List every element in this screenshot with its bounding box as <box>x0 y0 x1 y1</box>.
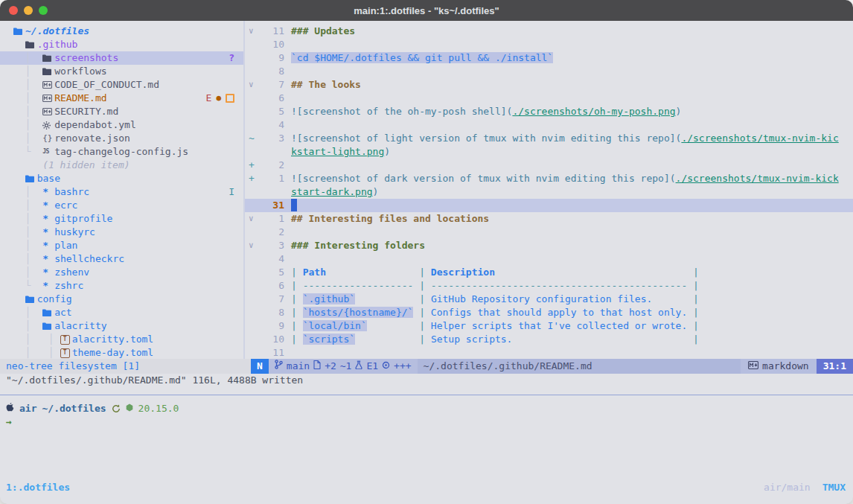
markdown-link[interactable]: ./screenshots/tmux-nvim-kick <box>676 173 839 184</box>
editor-line[interactable]: 9| `local/bin` | Helper scripts that I'v… <box>245 319 853 333</box>
gutter-pad <box>284 78 291 92</box>
syntax-segment: `scripts` <box>303 334 355 345</box>
content-area: ~/.dotfiles .github │ screenshots? │ wor… <box>0 21 853 359</box>
gutter-pad <box>284 279 291 293</box>
tree-item-alacritty[interactable]: │ alacritty <box>0 319 243 333</box>
syntax-segment: | <box>291 320 303 331</box>
editor-line[interactable]: 6| ------------------- | ---------------… <box>245 279 853 293</box>
tree-item-plan[interactable]: │ *plan <box>0 239 243 252</box>
editor-line[interactable]: 10| `scripts` | Setup scripts. | <box>245 333 853 346</box>
line-text: | Path | Description | <box>291 266 853 279</box>
tree-item-base[interactable]: base <box>0 172 243 185</box>
tree-item-act[interactable]: │ act <box>0 306 243 319</box>
tree-item-workflows[interactable]: │ workflows <box>0 65 243 78</box>
syntax-segment <box>512 334 687 345</box>
tree-item-screenshots[interactable]: │ screenshots? <box>0 51 243 65</box>
editor-line[interactable]: 9`cd $HOME/.dotfiles && git pull && ./in… <box>245 51 853 65</box>
tree-item-config[interactable]: config <box>0 293 243 306</box>
markdown-link[interactable]: ./screenshots/tmux-nvim-kic <box>681 133 838 144</box>
tree-item-huskyrc[interactable]: │ *huskyrc <box>0 226 243 239</box>
markdown-link[interactable]: ./screenshots/oh-my-posh.png <box>512 106 675 117</box>
gutter-pad <box>284 346 291 359</box>
tree-item-security.md[interactable]: │ SECURITY.md <box>0 105 243 118</box>
markdown-link[interactable]: start-dark.png <box>291 186 373 197</box>
tree-item-code-of-conduct.md[interactable]: │ CODE_OF_CONDUCT.md <box>0 78 243 92</box>
tree-item-bashrc[interactable]: │ *bashrcI <box>0 185 243 199</box>
gutter-pad <box>284 212 291 226</box>
editor-line[interactable]: 4 <box>245 252 853 266</box>
tree-item-label: .github <box>37 38 78 51</box>
gutter-pad <box>284 319 291 333</box>
tree-item--1-hidden-item-[interactable]: (1 hidden item) <box>0 159 243 172</box>
tree-item-gitprofile[interactable]: │ *gitprofile <box>0 212 243 226</box>
sign-column <box>245 185 260 199</box>
editor-line[interactable]: ∨11### Updates <box>245 25 853 38</box>
editor-line[interactable]: kstart-light.png) <box>245 145 853 159</box>
fold-chevron-icon[interactable]: ∨ <box>245 212 260 226</box>
syntax-segment: Path <box>303 267 326 278</box>
shell-file-icon: * <box>42 239 54 252</box>
editor-buffer[interactable]: ∨11### Updates109`cd $HOME/.dotfiles && … <box>245 21 853 359</box>
tree-item-ecrc[interactable]: │ *ecrc <box>0 199 243 212</box>
syntax-segment: | <box>687 334 699 345</box>
editor-line[interactable]: ∨1## Interesting files and locations <box>245 212 853 226</box>
titlebar[interactable]: main:1:.dotfiles - "ks~/.dotfiles" <box>0 0 853 21</box>
tree-item-label: dependabot.yml <box>54 118 136 132</box>
prompt-arrow[interactable]: → <box>0 415 853 429</box>
tree-item-zshrc[interactable]: └ *zshrc <box>0 279 243 293</box>
editor-line[interactable]: +1![screenshot of dark version of tmux w… <box>245 172 853 185</box>
line-number: 11 <box>260 25 284 38</box>
line-number: 5 <box>260 105 284 118</box>
editor-line[interactable]: +2 <box>245 159 853 172</box>
shell-pane[interactable]: air ~/.dotfiles 20.15.0 → 1:.dotfiles ai… <box>0 387 853 504</box>
editor-line[interactable]: start-dark.png) <box>245 185 853 199</box>
folder-icon <box>25 296 37 303</box>
editor-line[interactable]: ~3![screenshot of light version of tmux … <box>245 132 853 145</box>
syntax-segment: Helper scripts that I've collected or wr… <box>431 320 687 331</box>
tmux-pane-divider[interactable] <box>0 395 853 395</box>
syntax-segment: | <box>291 334 303 345</box>
editor-cursor-line[interactable]: 31 <box>245 199 853 212</box>
tree-item-readme.md[interactable]: │ README.mdE● <box>0 92 243 105</box>
tree-item-.github[interactable]: .github <box>0 38 243 51</box>
close-button[interactable] <box>9 6 18 15</box>
editor-line[interactable]: 5| Path | Description | <box>245 266 853 279</box>
editor-line[interactable]: 8 <box>245 65 853 78</box>
zoom-button[interactable] <box>39 6 48 15</box>
line-text <box>291 252 853 266</box>
line-text <box>291 346 853 359</box>
tree-guide <box>13 172 25 185</box>
editor-line[interactable]: 8| `hosts/{hostname}/` | Configs that sh… <box>245 306 853 319</box>
syntax-segment: | <box>291 307 303 318</box>
editor-line[interactable]: ∨3### Interesting folders <box>245 239 853 252</box>
neo-tree-sidebar[interactable]: ~/.dotfiles .github │ screenshots? │ wor… <box>0 21 245 359</box>
fold-chevron-icon[interactable]: ∨ <box>245 78 260 92</box>
tree-item--.dotfiles[interactable]: ~/.dotfiles <box>0 25 243 38</box>
sign-column <box>245 293 260 306</box>
editor-line[interactable]: 4 <box>245 118 853 132</box>
tree-item-renovate.json[interactable]: │ {}renovate.json <box>0 132 243 145</box>
minimize-button[interactable] <box>24 6 33 15</box>
tree-item-dependabot.yml[interactable]: │ dependabot.yml <box>0 118 243 132</box>
tree-item-label: alacritty <box>54 319 106 333</box>
status-badges: ? <box>229 51 234 65</box>
tmux-window-name[interactable]: 1:.dotfiles <box>6 481 70 494</box>
fold-chevron-icon[interactable]: ∨ <box>245 25 260 38</box>
tree-item-alacritty.toml[interactable]: │ │ Talacritty.toml <box>0 333 243 346</box>
tree-guide: │ <box>13 92 42 105</box>
editor-line[interactable]: 7| `.github` | GitHub Repository configu… <box>245 293 853 306</box>
markdown-link[interactable]: kstart-light.png <box>291 146 384 157</box>
editor-line[interactable]: 10 <box>245 38 853 51</box>
editor-line[interactable]: 5![screenshot of the oh-my-posh shell](.… <box>245 105 853 118</box>
line-text <box>291 38 853 51</box>
editor-line[interactable]: 6 <box>245 92 853 105</box>
tree-item-zshenv[interactable]: │ *zshenv <box>0 266 243 279</box>
tree-item-tag-changelog-config.js[interactable]: └ JStag-changelog-config.js <box>0 145 243 159</box>
tree-item-shellcheckrc[interactable]: │ *shellcheckrc <box>0 252 243 266</box>
editor-line[interactable]: 11 <box>245 346 853 359</box>
editor-line[interactable]: ∨7## The looks <box>245 78 853 92</box>
command-message-line: "~/.dotfiles/.github/README.md" 116L, 44… <box>0 374 853 387</box>
editor-line[interactable]: 2 <box>245 226 853 239</box>
fold-chevron-icon[interactable]: ∨ <box>245 239 260 252</box>
tree-item-theme-day.toml[interactable]: │ │ Ttheme-day.toml <box>0 346 243 359</box>
